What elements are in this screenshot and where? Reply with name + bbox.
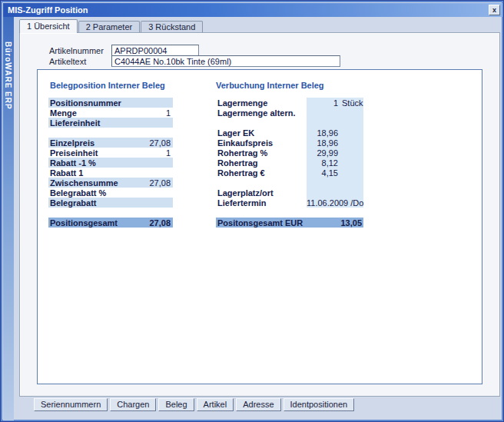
row-value: 1 xyxy=(307,98,338,108)
title-bar: MIS-Zugriff Position x xyxy=(3,3,502,17)
adresse-button[interactable]: Adresse xyxy=(236,398,280,411)
table-row: Lagermenge1Stück xyxy=(216,98,363,108)
row-label: Preiseinheit xyxy=(48,148,131,158)
table-row: Belegrabatt % xyxy=(48,188,173,198)
row-value: 18,96 xyxy=(307,138,338,148)
row-field xyxy=(307,118,363,128)
row-label: Liefertermin xyxy=(216,198,307,208)
row-label: Rohertrag xyxy=(216,158,307,168)
row-field: 8,12 xyxy=(307,158,363,168)
row-label: Positionsgesamt xyxy=(48,218,131,228)
row-field: 29,99 xyxy=(307,148,363,158)
table-row xyxy=(216,208,363,218)
row-value: 1 xyxy=(131,148,173,158)
seriennummern-button[interactable]: Seriennummern xyxy=(34,398,108,411)
table-row: Rohertrag %29,99 xyxy=(216,148,363,158)
right-column-header: Verbuchung Interner Beleg xyxy=(216,81,324,90)
identpositionen-button[interactable]: Identpositionen xyxy=(284,398,355,411)
row-unit: Stück xyxy=(338,98,363,108)
row-label: Positonsgesamt EUR xyxy=(216,218,307,228)
row-label: Lagerplatz/ort xyxy=(216,188,307,198)
row-field xyxy=(307,188,363,198)
close-button[interactable]: x xyxy=(489,5,500,15)
row-value: 18,96 xyxy=(307,128,338,138)
row-field: 4,15 xyxy=(307,168,363,178)
table-row xyxy=(48,208,173,218)
row-field: 1Stück xyxy=(307,98,363,108)
dialog-window: MIS-Zugriff Position x BüroWARE ERP 1 Üb… xyxy=(0,0,504,422)
position-detail-panel: Belegposition Interner Beleg Verbuchung … xyxy=(37,69,482,384)
row-label: Rohertrag % xyxy=(216,148,307,158)
left-rows: Positionsnummer Menge1 Liefereinheit Ein… xyxy=(48,98,173,228)
row-value: 1 xyxy=(131,108,173,118)
artikel-button[interactable]: Artikel xyxy=(197,398,234,411)
row-label: Zwischensumme xyxy=(48,178,131,188)
brand-vertical-text: BüroWARE ERP xyxy=(4,42,12,110)
row-field: 13,05 xyxy=(307,218,363,228)
table-row: Belegrabatt xyxy=(48,198,173,208)
table-row: Lagerplatz/ort xyxy=(216,188,363,198)
bottom-button-bar: Seriennummern Chargen Beleg Artikel Adre… xyxy=(34,398,354,411)
row-value: 8,12 xyxy=(307,158,338,168)
row-value: 4,15 xyxy=(307,168,338,178)
row-label: Belegrabatt xyxy=(48,198,131,208)
brand-strip: BüroWARE ERP xyxy=(3,17,14,420)
row-label: Einkaufspreis xyxy=(216,138,307,148)
row-field xyxy=(307,208,363,218)
table-row: Positionsnummer xyxy=(48,98,173,108)
table-row: Rabatt 1 xyxy=(48,168,173,178)
tab-parameter[interactable]: 2 Parameter xyxy=(78,21,141,33)
dialog-body: 1 Übersicht 2 Parameter 3 Rückstand Arti… xyxy=(14,17,502,420)
row-label: Menge xyxy=(48,108,131,118)
table-row: Einzelpreis27,08 xyxy=(48,138,173,148)
beleg-button[interactable]: Beleg xyxy=(158,398,194,411)
table-row: Preiseinheit1 xyxy=(48,148,173,158)
tab-bar: 1 Übersicht 2 Parameter 3 Rückstand xyxy=(19,19,204,33)
artikeltext-input[interactable] xyxy=(111,55,340,67)
total-row: Positonsgesamt EUR13,05 xyxy=(216,218,363,228)
row-label: Lagermenge altern. xyxy=(216,108,307,118)
left-column-header: Belegposition Interner Beleg xyxy=(50,81,165,90)
row-field: 11.06.2009 /Do xyxy=(307,198,363,208)
row-value: 11.06.2009 /Do xyxy=(307,198,365,208)
row-label: Einzelpreis xyxy=(48,138,131,148)
table-row: Lager EK18,96 xyxy=(216,128,363,138)
row-value: 27,08 xyxy=(131,178,173,188)
artikelnummer-input[interactable] xyxy=(111,45,199,56)
total-row: Positionsgesamt27,08 xyxy=(48,218,173,228)
row-label: Rabatt -1 % xyxy=(48,158,131,168)
row-field: 18,96 xyxy=(307,128,363,138)
row-field: 18,96 xyxy=(307,138,363,148)
row-field xyxy=(307,108,363,118)
row-value: 27,08 xyxy=(131,138,173,148)
table-row xyxy=(48,128,173,138)
row-value: 29,99 xyxy=(307,148,338,158)
table-row: Rohertrag8,12 xyxy=(216,158,363,168)
artikeltext-label: Artikeltext xyxy=(49,57,86,66)
table-row xyxy=(216,118,363,128)
row-label: Rohertrag € xyxy=(216,168,307,178)
row-label: Belegrabatt % xyxy=(48,188,131,198)
table-row: Zwischensumme27,08 xyxy=(48,178,173,188)
table-row: Einkaufspreis18,96 xyxy=(216,138,363,148)
row-label: Positionsnummer xyxy=(48,98,131,108)
table-row: Menge1 xyxy=(48,108,173,118)
table-row: Liefereinheit xyxy=(48,118,173,128)
tab-rueckstand[interactable]: 3 Rückstand xyxy=(141,21,203,33)
table-row: Rohertrag €4,15 xyxy=(216,168,363,178)
right-rows: Lagermenge1Stück Lagermenge altern. Lage… xyxy=(216,98,363,228)
row-value: 13,05 xyxy=(307,218,363,228)
close-icon: x xyxy=(492,6,496,14)
tab-uebersicht[interactable]: 1 Übersicht xyxy=(19,19,78,33)
row-field xyxy=(307,178,363,188)
chargen-button[interactable]: Chargen xyxy=(110,398,156,411)
table-row xyxy=(216,178,363,188)
table-row: Rabatt -1 % xyxy=(48,158,173,168)
table-row: Liefertermin11.06.2009 /Do xyxy=(216,198,363,208)
tab-page-uebersicht: Artikelnummer Artikeltext Belegposition … xyxy=(19,32,500,397)
table-row: Lagermenge altern. xyxy=(216,108,363,118)
artikelnummer-label: Artikelnummer xyxy=(49,46,104,55)
row-label: Lagermenge xyxy=(216,98,307,108)
row-label: Rabatt 1 xyxy=(48,168,131,178)
row-label: Liefereinheit xyxy=(48,118,131,128)
